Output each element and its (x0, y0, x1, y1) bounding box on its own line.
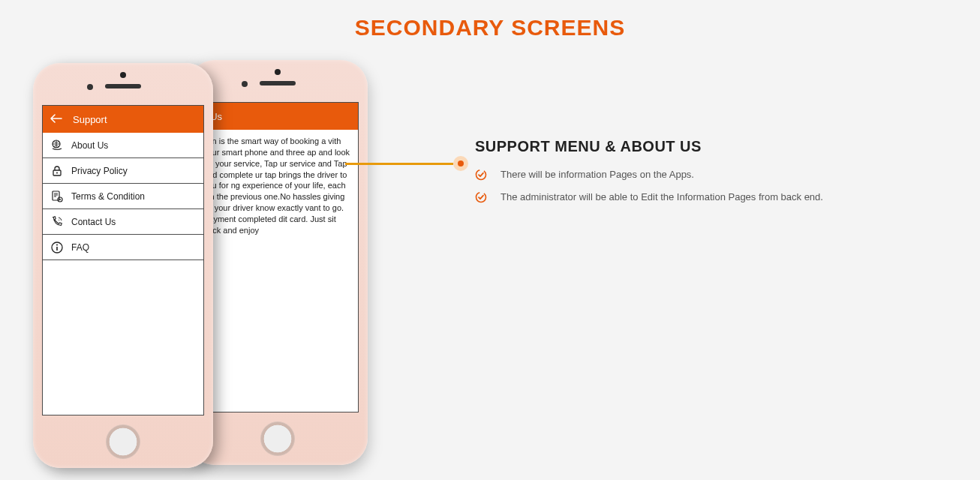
phone-screen-about: t Us tion is the smart way of booking a … (197, 102, 359, 412)
connector-line (345, 163, 453, 165)
globe-hand-icon (50, 139, 64, 152)
feature-bullet: There will be information Pages on the A… (475, 169, 925, 181)
phone-sensor (87, 84, 93, 90)
phone-about-us: t Us tion is the smart way of booking a … (188, 60, 368, 465)
menu-item-contact-us[interactable]: Contact Us (43, 209, 203, 235)
feature-bullet-text: There will be information Pages on the A… (501, 169, 694, 180)
svg-point-2 (56, 172, 58, 174)
support-menu-list: About Us Privacy Policy Terms & Conditio… (43, 133, 203, 260)
menu-item-faq[interactable]: FAQ (43, 235, 203, 260)
menu-item-label: About Us (71, 140, 108, 151)
phone-screen-support: Support About Us Privacy Policy (42, 105, 204, 416)
app-header-support: Support (43, 106, 203, 133)
back-arrow-icon[interactable] (50, 113, 62, 125)
phone-speaker (260, 81, 296, 86)
menu-item-label: FAQ (71, 242, 89, 253)
menu-item-about-us[interactable]: About Us (43, 133, 203, 158)
phone-camera (275, 69, 281, 75)
menu-item-label: Terms & Condition (71, 191, 145, 202)
phone-speaker (105, 84, 141, 88)
connector-dot (453, 156, 468, 171)
svg-point-8 (56, 244, 58, 246)
phone-support-menu: Support About Us Privacy Policy (33, 63, 213, 468)
about-body-text: tion is the smart way of booking a vith … (197, 130, 358, 412)
menu-item-label: Privacy Policy (71, 166, 128, 176)
phone-mockups: t Us tion is the smart way of booking a … (30, 60, 375, 480)
menu-item-terms-condition[interactable]: Terms & Condition (43, 184, 203, 209)
home-button[interactable] (106, 424, 140, 459)
menu-item-label: Contact Us (71, 217, 116, 227)
lock-icon (50, 164, 64, 178)
phone-sensor (242, 81, 248, 87)
phone-icon (50, 215, 64, 229)
svg-point-5 (59, 199, 61, 200)
check-icon (475, 169, 487, 181)
doc-gear-icon (50, 190, 64, 203)
feature-bullet-text: The administrator will be able to Edit t… (501, 191, 823, 202)
connector (345, 156, 468, 171)
home-button[interactable] (260, 422, 295, 456)
connector-dot-inner (458, 160, 464, 166)
check-icon (475, 191, 487, 203)
info-icon (50, 241, 64, 254)
feature-description: SUPPORT MENU & ABOUT US There will be in… (475, 138, 925, 214)
menu-item-privacy-policy[interactable]: Privacy Policy (43, 158, 203, 184)
svg-rect-7 (56, 247, 58, 250)
feature-heading: SUPPORT MENU & ABOUT US (475, 138, 925, 155)
phone-camera (120, 72, 126, 78)
feature-bullet: The administrator will be able to Edit t… (475, 191, 925, 203)
page-title: SECONDARY SCREENS (0, 0, 980, 40)
app-header-about: t Us (197, 103, 358, 130)
support-header-title: Support (73, 114, 107, 125)
